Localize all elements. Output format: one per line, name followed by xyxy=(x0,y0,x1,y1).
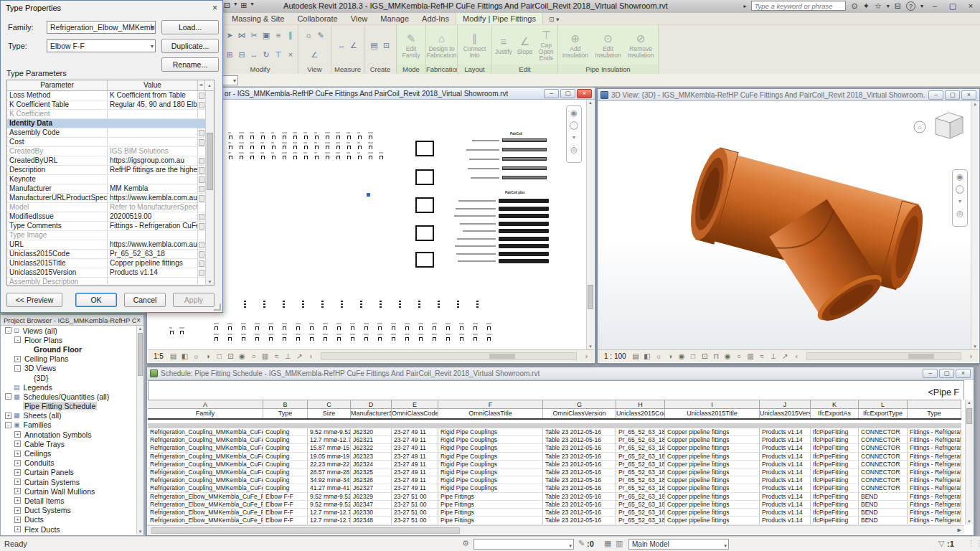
schedule-cell[interactable]: 23-27 49 11 xyxy=(392,461,438,468)
exchange-apps-icon[interactable]: ✦ xyxy=(863,1,870,11)
load-button[interactable]: Load... xyxy=(161,20,219,34)
connect-into-button[interactable]: ∥Connect Into xyxy=(459,32,490,59)
schedule-cell[interactable]: 23-27 51 00 xyxy=(392,501,438,509)
schedule-cell[interactable]: Copper pipeline fittings xyxy=(665,501,760,509)
window-minimize-button[interactable]: – xyxy=(928,90,943,100)
param-value[interactable] xyxy=(108,138,198,147)
plan-vertical-scrollbar[interactable]: ▲ ▼ xyxy=(586,100,594,349)
param-edit-box[interactable] xyxy=(199,214,204,220)
schedule-cell[interactable]: 23-27 49 11 xyxy=(392,436,438,444)
schedule-column-header-omniclasstitle[interactable]: OmniClassTitle xyxy=(438,409,543,418)
schedule-cell[interactable]: Refrigeration_Coupling_MMKembla_CuFe xyxy=(148,436,263,444)
expand-icon[interactable]: + xyxy=(14,469,21,476)
constraints-icon[interactable]: ⊥ xyxy=(769,352,778,361)
param-row-model[interactable]: ModelRefer to ManufacturerSpecCode xyxy=(7,203,214,212)
schedule-cell[interactable]: Table 23 2012-05-16 xyxy=(543,461,616,468)
sidebar-item-conduits[interactable]: +Conduits xyxy=(1,458,136,468)
view-cube[interactable]: ⌂ xyxy=(913,105,971,150)
window-restore-button[interactable]: ▢ xyxy=(560,89,575,98)
schedule-cell[interactable]: Pipe Fittings xyxy=(438,509,543,517)
sidebar-item-curtain-systems[interactable]: +Curtain Systems xyxy=(1,477,136,486)
schedule-cell[interactable]: Products v1.14 xyxy=(760,428,811,436)
collapse-icon[interactable]: - xyxy=(5,393,11,400)
param-edit-box[interactable] xyxy=(199,242,204,248)
schedule-cell[interactable]: Pr_65_52_63_18 xyxy=(616,428,665,436)
param-value[interactable]: IGS BIM Solutions xyxy=(108,147,198,156)
pencil-icon[interactable]: ✎ xyxy=(316,30,326,40)
sidebar-item-flex-pipes[interactable]: +Flex Pipes xyxy=(1,534,136,535)
param-row-k-coefficient[interactable]: K Coefficient xyxy=(7,110,214,119)
schedule-cell[interactable]: Copper pipeline fittings xyxy=(665,428,760,436)
schedule-cell[interactable]: Copper pipeline fittings xyxy=(665,436,760,444)
param-value[interactable]: Refer to ManufacturerSpecCode xyxy=(108,203,198,212)
schedule-cell[interactable]: 23-27 49 11 xyxy=(392,484,438,492)
schedule-column-letter-D[interactable]: D xyxy=(351,400,392,409)
schedule-cell[interactable]: Copper pipeline fittings xyxy=(665,476,760,484)
schedule-column-letter-J[interactable]: J xyxy=(760,400,811,409)
schedule-cell[interactable]: IfcPipeFitting xyxy=(811,428,859,436)
expand-icon[interactable]: + xyxy=(14,497,21,504)
schedule-cell[interactable]: 15.87 mmø-15.87 xyxy=(308,444,351,452)
editable-count-icon[interactable]: ✎ xyxy=(578,539,585,548)
view-3d-navigation-bar[interactable]: ◉ ◯ ▾ ◎ xyxy=(952,169,968,227)
param-row-type-image[interactable]: Type Image xyxy=(7,231,214,240)
param-edit-box[interactable] xyxy=(199,176,204,183)
add-insulation-button[interactable]: ⊕Add Insulation xyxy=(560,32,591,59)
schedule-cell[interactable]: J62329 xyxy=(351,493,392,501)
plan-navigation-bar[interactable]: ◉ ◯ ▾ ◎ xyxy=(566,105,582,163)
scroll-left-arrow-icon[interactable]: ‹ xyxy=(306,352,316,361)
schedule-cell[interactable]: Pr_65_52_63_18 xyxy=(616,461,665,468)
schedule-cell[interactable]: Products v1.14 xyxy=(760,468,811,476)
schedule-cell[interactable]: J62326 xyxy=(351,476,392,484)
schedule-cell[interactable]: Products v1.14 xyxy=(760,517,811,524)
param-edit-box[interactable] xyxy=(199,251,204,258)
param-edit-box[interactable] xyxy=(199,260,204,267)
schedule-cell[interactable]: Fittings - Refrigerati xyxy=(908,461,961,468)
sidebar-item-floor-plans[interactable]: -Floor Plans xyxy=(1,335,136,344)
worksets-dialog-icon[interactable]: ▦ xyxy=(604,539,611,548)
schedule-cell[interactable]: Table 23 2012-05-16 xyxy=(543,501,616,509)
schedule-cell[interactable]: IfcPipeFitting xyxy=(811,493,859,501)
sidebar-item-ceilings[interactable]: +Ceilings xyxy=(1,448,136,458)
collapse-icon[interactable]: - xyxy=(5,327,11,334)
ribbon-tab-massing-site[interactable]: Massing & Site xyxy=(225,13,291,24)
schedule-cell[interactable]: IfcPipeFitting xyxy=(811,476,859,484)
minimize-button[interactable]: – xyxy=(928,1,941,10)
expand-icon[interactable]: + xyxy=(14,431,21,438)
schedule-cell[interactable]: Fittings - Refrigerati xyxy=(908,444,961,452)
schedule-cell[interactable]: 23-27 49 11 xyxy=(392,468,438,476)
param-value[interactable] xyxy=(108,278,198,287)
design-options-combobox[interactable]: Main Model xyxy=(628,539,729,550)
lock-3d-icon[interactable]: ⊓ xyxy=(712,352,721,361)
param-value[interactable]: https://www.kembla.com.au/ xyxy=(108,240,198,250)
schedule-cell[interactable]: 12.7 mmø-12.7 mm xyxy=(308,517,351,524)
window-restore-button[interactable]: ▢ xyxy=(939,369,954,378)
temporary-view-icon[interactable]: ▥ xyxy=(746,352,755,361)
schedule-cell[interactable]: J62327 xyxy=(351,484,392,492)
schedule-cell[interactable]: Products v1.14 xyxy=(760,453,811,461)
schedule-cell[interactable]: BEND xyxy=(859,501,908,509)
schedule-cell[interactable]: Pr_65_52_63_18 xyxy=(616,493,665,501)
sidebar-item-cable-trays[interactable]: +Cable Trays xyxy=(1,439,136,448)
schedule-cell[interactable]: 9.52 mmø-9.52 mm xyxy=(308,428,351,436)
schedule-cell[interactable]: Pipe Fittings xyxy=(438,493,543,501)
schedule-cell[interactable]: CONNECTOR xyxy=(859,453,908,461)
param-value[interactable] xyxy=(108,110,198,119)
schedule-cell[interactable]: Products v1.14 xyxy=(760,509,811,517)
schedule-cell[interactable]: Table 23 2012-05-16 xyxy=(543,428,616,436)
preview-button[interactable]: << Preview xyxy=(6,293,62,307)
schedule-cell[interactable]: Fittings - Refrigerati xyxy=(908,493,961,501)
sidebar-item-families[interactable]: -▣Families xyxy=(1,420,136,430)
schedule-cell[interactable]: J62320 xyxy=(351,428,392,436)
schedule-cell[interactable]: CONNECTOR xyxy=(859,436,908,444)
tab-overflow-icon[interactable]: ⊡ ▾ xyxy=(543,14,565,24)
browser-vertical-scrollbar[interactable]: ▲ ▼ xyxy=(136,326,143,534)
measure-icon[interactable]: ↔ xyxy=(336,40,347,50)
schedule-cell[interactable]: Pipe Fittings xyxy=(438,501,543,509)
schedule-cell[interactable]: Pr_65_52_63_18 xyxy=(616,453,665,461)
chevron-down-icon[interactable]: ▾ xyxy=(573,133,575,142)
schedule-column-header-uniclass2015title[interactable]: Uniclass2015Title xyxy=(665,409,760,418)
zoom-icon[interactable]: ◯ xyxy=(956,184,964,194)
window-close-button[interactable]: × xyxy=(577,89,592,98)
selected-element-dot[interactable] xyxy=(367,193,370,197)
